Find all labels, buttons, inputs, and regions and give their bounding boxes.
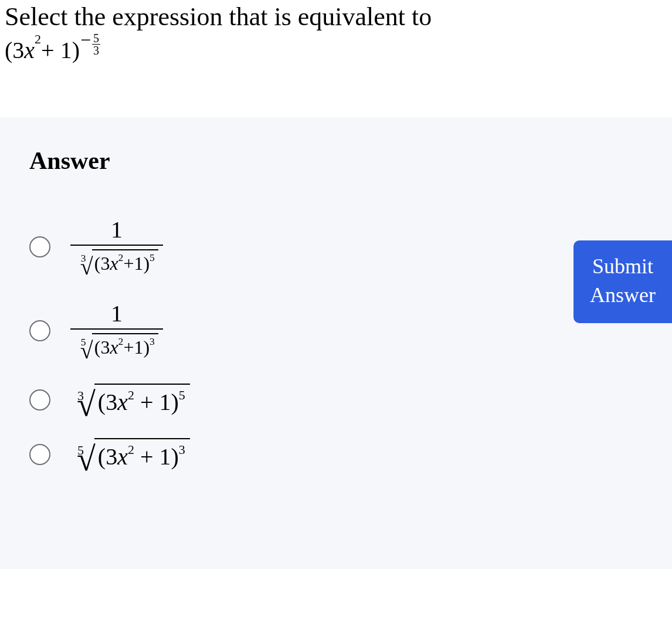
radical-icon: √ — [80, 342, 93, 359]
question-prompt: Select the expression that is equivalent… — [0, 0, 672, 33]
radical-icon: √ — [77, 392, 96, 418]
opt3-rad-open: (3 — [98, 389, 117, 415]
question-expression: (3x2 + 1)− 5 3 — [0, 33, 672, 65]
opt3-rad-var: x — [117, 389, 128, 415]
opt4-rad-outer-exp: 3 — [179, 442, 185, 457]
submit-line2: Answer — [590, 281, 656, 310]
opt2-rad-plus: +1) — [123, 337, 150, 358]
opt1-rad-plus: +1) — [123, 253, 150, 274]
option-1[interactable]: 1 3 √ (3x2+1)5 — [29, 216, 649, 277]
answer-heading: Answer — [29, 147, 649, 175]
expr-exp-fraction: 5 3 — [92, 32, 100, 56]
expr-neg: − — [80, 29, 91, 51]
expr-open: (3 — [5, 36, 24, 64]
opt2-rad-var: x — [110, 337, 118, 358]
opt4-rad-var: x — [117, 443, 128, 470]
opt1-rad-inner-exp: 2 — [118, 252, 124, 263]
opt4-rad-plus: + 1) — [134, 443, 179, 470]
opt3-rad-inner-exp: 2 — [128, 388, 134, 402]
opt1-numerator: 1 — [106, 216, 127, 245]
radical-icon: √ — [77, 446, 96, 472]
opt1-rad-open: (3 — [94, 253, 110, 274]
option-2[interactable]: 1 5 √ (3x2+1)3 — [29, 300, 649, 361]
expr-close: + 1) — [41, 36, 80, 64]
option-3-expression: 3 √ (3x2 + 1)5 — [70, 384, 190, 416]
opt2-rad-outer-exp: 3 — [150, 335, 155, 347]
opt1-rad-outer-exp: 5 — [150, 252, 155, 263]
radio-2[interactable] — [29, 320, 50, 341]
radio-1[interactable] — [29, 236, 50, 257]
opt3-rad-plus: + 1) — [134, 389, 179, 415]
radical-icon: √ — [80, 258, 93, 276]
opt4-rad-open: (3 — [98, 443, 117, 470]
opt3-rad-outer-exp: 5 — [179, 388, 185, 402]
submit-line1: Submit — [590, 252, 656, 281]
opt2-rad-inner-exp: 2 — [118, 335, 124, 347]
opt2-numerator: 1 — [106, 300, 127, 328]
opt1-rad-var: x — [110, 253, 118, 274]
radio-4[interactable] — [29, 444, 50, 465]
option-1-expression: 1 3 √ (3x2+1)5 — [70, 216, 163, 277]
options-list: 1 3 √ (3x2+1)5 — [29, 216, 649, 470]
option-4[interactable]: 5 √ (3x2 + 1)3 — [29, 438, 649, 470]
option-3[interactable]: 3 √ (3x2 + 1)5 — [29, 384, 649, 416]
expr-inner-exp: 2 — [35, 32, 41, 47]
answer-section: Answer 1 3 √ (3x2+1)5 — [0, 117, 672, 569]
option-2-expression: 1 5 √ (3x2+1)3 — [70, 300, 163, 361]
opt4-rad-inner-exp: 2 — [128, 442, 134, 457]
option-4-expression: 5 √ (3x2 + 1)3 — [70, 438, 190, 470]
radio-3[interactable] — [29, 389, 50, 411]
expr-exp-den: 3 — [92, 45, 100, 56]
submit-answer-button[interactable]: Submit Answer — [573, 240, 672, 323]
expr-var: x — [24, 36, 35, 64]
expr-exp-num: 5 — [92, 32, 100, 45]
opt2-rad-open: (3 — [94, 337, 110, 358]
